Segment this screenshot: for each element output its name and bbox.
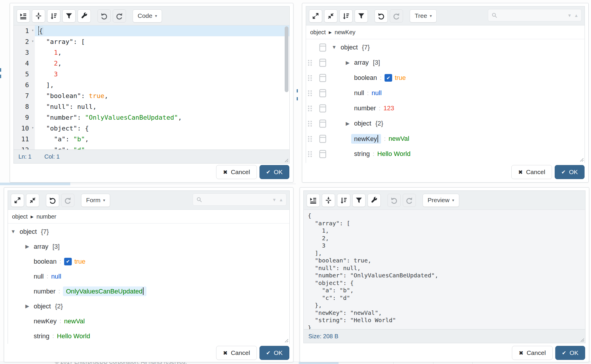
ok-button[interactable]: ✔OK [555,165,585,179]
search-box[interactable]: ▼ ▲ [488,9,582,21]
tree-row[interactable]: newKey:newVal [306,131,585,146]
code-line[interactable]: 6 ], [14,80,289,90]
drag-handle-icon[interactable] [307,73,315,82]
code-line[interactable]: 4 2, [14,58,289,69]
context-menu-button[interactable] [318,73,327,83]
code-editor[interactable]: 1▾{2▾ "array": [3 1,4 2,5 36 ],7 "boolea… [14,25,289,150]
tree-value[interactable]: null [372,89,382,97]
expand-expander-icon[interactable]: ▶ [344,121,351,127]
collapse-all-button[interactable] [26,194,39,207]
context-menu-button[interactable] [318,104,327,113]
context-menu-button[interactable] [318,149,327,159]
tree-row[interactable]: string:Hello World [8,329,289,344]
search-input[interactable] [205,196,270,203]
tree-row[interactable]: number:OnlyValuesCanBeUpdated [8,284,289,299]
resize-handle-icon[interactable] [284,158,288,162]
tree-value[interactable]: newVal [389,135,409,142]
ok-button[interactable]: ✔OK [259,346,289,360]
tree-row[interactable]: newKey:newVal [8,314,289,329]
drag-handle-icon[interactable] [307,134,315,143]
tree-value[interactable]: Hello World [57,332,90,340]
resize-handle-icon[interactable] [580,337,584,342]
tree-row[interactable]: ▶array[3] [306,55,585,70]
format-button[interactable] [17,9,30,23]
tree-row[interactable]: null:null [306,85,585,101]
code-line[interactable]: 2▾ "array": [ [14,36,289,47]
context-menu-button[interactable] [318,134,327,143]
tree-row[interactable]: ▶array[3] [8,239,289,254]
undo-button[interactable] [375,9,388,23]
expand-expander-icon[interactable]: ▶ [344,60,351,66]
breadcrumb-current[interactable]: newKey [334,29,355,36]
tree-field[interactable]: newKey [34,317,57,325]
expand-all-button[interactable] [309,9,322,23]
compact-button[interactable] [32,9,45,23]
code-line[interactable]: 3 1, [14,47,289,58]
undo-button[interactable] [46,194,59,207]
cancel-button[interactable]: ✖Cancel [216,165,257,179]
filter-button[interactable] [355,9,368,23]
expand-all-button[interactable] [11,194,24,207]
repair-button[interactable] [368,194,381,207]
redo-button[interactable] [403,194,416,207]
code-line[interactable]: 11 "a": "b", [14,134,289,145]
context-menu-button[interactable] [318,88,327,98]
search-prev-icon[interactable]: ▲ [279,197,283,202]
tree-field[interactable]: boolean [34,258,57,265]
tree-row[interactable]: ▶object{2} [306,116,585,131]
boolean-checkbox[interactable]: ✔ [385,74,392,82]
tree-field[interactable]: string [34,332,49,340]
breadcrumb-root[interactable]: object [310,29,326,36]
scrollbar[interactable] [285,26,288,149]
tree-row[interactable]: ▶object{2} [8,299,289,314]
tree-value[interactable]: null [51,273,61,280]
ok-button[interactable]: ✔OK [555,346,585,360]
resize-handle-icon[interactable] [284,338,288,343]
fold-caret-icon[interactable]: ▾ [32,122,34,133]
search-prev-icon[interactable]: ▲ [574,13,578,18]
compact-button[interactable] [322,194,335,207]
tree-field[interactable]: object [20,228,37,236]
cancel-button[interactable]: ✖Cancel [511,165,552,179]
tree-value[interactable]: OnlyValuesCanBeUpdated [63,286,146,296]
tree-field[interactable]: string [354,150,370,158]
filter-button[interactable] [352,194,365,207]
tree-field[interactable]: null [354,89,364,97]
resize-handle-icon[interactable] [579,157,584,162]
undo-button[interactable] [387,194,401,207]
collapse-expander-icon[interactable]: ▼ [331,44,338,50]
mode-dropdown-code[interactable]: Code ▾ [133,9,162,23]
tree-value[interactable]: 123 [383,104,394,112]
drag-handle-icon[interactable] [307,119,315,128]
drag-handle-icon[interactable] [307,58,315,67]
context-menu-button[interactable] [318,58,327,67]
sort-button[interactable] [47,9,60,23]
search-next-icon[interactable]: ▼ [567,13,572,18]
scrollbar-thumb[interactable] [285,26,288,92]
tree-row[interactable]: ▼object{7} [306,40,585,55]
tree-field[interactable]: array [354,59,369,66]
code-line[interactable]: 5 3 [14,69,289,80]
mode-dropdown-preview[interactable]: Preview ▾ [423,194,459,207]
tree-value[interactable]: Hello World [377,150,410,158]
breadcrumb-root[interactable]: object [12,213,28,220]
drag-handle-icon[interactable] [307,89,315,97]
ok-button[interactable]: ✔OK [259,165,289,179]
mode-dropdown-form[interactable]: Form ▾ [81,194,110,207]
code-line[interactable]: 9 "number": "OnlyValuesCanBeUpdated", [14,112,289,123]
context-menu-button[interactable] [318,43,327,52]
drag-handle-icon[interactable] [307,150,315,158]
boolean-checkbox[interactable]: ✔ [64,258,72,265]
code-line[interactable]: 12 "c": "d" [14,145,289,150]
undo-button[interactable] [98,9,111,23]
tree-row[interactable]: ▼object{7} [8,224,289,239]
tree-field[interactable]: number [354,104,376,112]
sort-button[interactable] [339,9,353,23]
expand-expander-icon[interactable]: ▶ [24,243,31,250]
collapse-all-button[interactable] [324,9,337,23]
tree-row[interactable]: null:null [8,269,289,284]
repair-button[interactable] [78,9,91,23]
tree-value[interactable]: newVal [64,317,85,325]
tree-field[interactable]: number [34,288,56,295]
code-line[interactable]: 7 "boolean": true, [14,90,289,101]
